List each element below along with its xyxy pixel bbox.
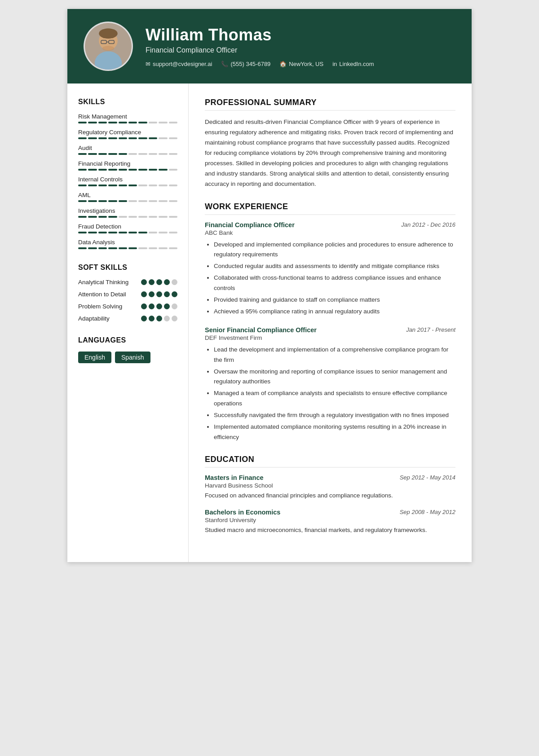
skill-name: Regulatory Compliance — [78, 129, 177, 136]
soft-skill-item: Analytical Thinking — [78, 279, 177, 286]
svg-point-3 — [99, 28, 118, 39]
skill-seg-filled — [119, 185, 127, 186]
skill-seg-empty — [149, 153, 157, 155]
skill-item: Data Analysis — [78, 239, 177, 249]
skill-seg-filled — [88, 232, 97, 233]
skill-seg-empty — [159, 200, 167, 202]
skill-seg-empty — [119, 216, 127, 218]
job-bullet: Lead the development and implementation … — [214, 345, 455, 365]
skill-seg-empty — [169, 232, 177, 233]
soft-skill-item: Attention to Detail — [78, 291, 177, 298]
skill-seg-empty — [138, 185, 147, 186]
edu-date: Sep 2008 - May 2012 — [400, 509, 455, 515]
soft-skill-dots — [141, 291, 177, 297]
skill-item: AML — [78, 192, 177, 202]
skill-seg-filled — [128, 137, 137, 139]
soft-skill-name: Problem Solving — [78, 303, 122, 310]
soft-skill-dots — [141, 279, 177, 285]
skill-seg-empty — [169, 153, 177, 155]
skill-item: Regulatory Compliance — [78, 129, 177, 139]
dot-filled — [149, 291, 155, 297]
language-tag: Spanish — [115, 352, 150, 363]
skill-seg-filled — [108, 137, 117, 139]
edu-degree: Masters in Finance — [205, 474, 264, 481]
dot-filled — [149, 303, 155, 309]
job-header: Financial Compliance OfficerJan 2012 - D… — [205, 221, 455, 229]
soft-skill-name: Analytical Thinking — [78, 279, 128, 286]
skill-item: Internal Controls — [78, 176, 177, 186]
skill-seg-empty — [159, 185, 167, 186]
dot-filled — [149, 279, 155, 285]
language-tags: EnglishSpanish — [78, 352, 177, 363]
location-contact: 🏠 NewYork, US — [279, 61, 323, 67]
soft-skill-item: Problem Solving — [78, 303, 177, 310]
skill-seg-empty — [169, 200, 177, 202]
skill-seg-empty — [159, 247, 167, 249]
skill-seg-empty — [149, 185, 157, 186]
skill-seg-empty — [138, 247, 147, 249]
skill-seg-filled — [108, 247, 117, 249]
skill-seg-empty — [149, 200, 157, 202]
education-section: EDUCATION Masters in FinanceSep 2012 - M… — [205, 455, 455, 536]
edu-school: Harvard Business School — [205, 482, 455, 489]
skill-seg-filled — [119, 122, 127, 123]
skill-seg-filled — [88, 169, 97, 171]
skill-seg-filled — [78, 153, 87, 155]
education-heading: EDUCATION — [205, 455, 455, 468]
skill-seg-empty — [149, 216, 157, 218]
skill-seg-filled — [108, 216, 117, 218]
skill-seg-filled — [98, 232, 107, 233]
jobs-list: Financial Compliance OfficerJan 2012 - D… — [205, 221, 455, 442]
soft-skill-item: Adaptability — [78, 315, 177, 322]
candidate-name: William Thomas — [146, 26, 374, 44]
skill-name: Data Analysis — [78, 239, 177, 246]
skill-seg-empty — [128, 153, 137, 155]
dot-filled — [141, 279, 147, 285]
skill-seg-empty — [159, 216, 167, 218]
job-company: DEF Investment Firm — [205, 334, 455, 341]
skill-seg-filled — [88, 122, 97, 123]
skill-name: Internal Controls — [78, 176, 177, 183]
svg-point-7 — [102, 46, 114, 51]
dot-filled — [156, 303, 162, 309]
skill-seg-empty — [149, 232, 157, 233]
skill-seg-empty — [138, 200, 147, 202]
skill-seg-filled — [128, 185, 137, 186]
skill-item: Fraud Detection — [78, 223, 177, 233]
skill-seg-empty — [149, 122, 157, 123]
skill-seg-empty — [169, 185, 177, 186]
work-heading: WORK EXPERIENCE — [205, 202, 455, 215]
skill-seg-empty — [138, 153, 147, 155]
resume-body: SKILLS Risk ManagementRegulatory Complia… — [67, 84, 472, 562]
skill-bar — [78, 122, 177, 123]
edu-header: Bachelors in EconomicsSep 2008 - May 201… — [205, 509, 455, 516]
job-bullets: Developed and implemented compliance pol… — [205, 240, 455, 317]
work-experience-section: WORK EXPERIENCE Financial Compliance Off… — [205, 202, 455, 442]
skill-seg-filled — [119, 247, 127, 249]
education-list: Masters in FinanceSep 2012 - May 2014Har… — [205, 474, 455, 536]
header-contacts: ✉ support@cvdesigner.ai 📞 (555) 345-6789… — [146, 61, 374, 67]
resume-container: William Thomas Financial Compliance Offi… — [67, 9, 472, 562]
skills-heading: SKILLS — [78, 98, 177, 106]
skill-seg-empty — [169, 216, 177, 218]
job-bullet: Implemented automated compliance monitor… — [214, 422, 455, 442]
skill-seg-empty — [128, 216, 137, 218]
dot-filled — [164, 291, 170, 297]
skill-seg-filled — [119, 169, 127, 171]
skill-seg-filled — [138, 137, 147, 139]
phone-contact: 📞 (555) 345-6789 — [221, 61, 270, 67]
skill-seg-filled — [78, 200, 87, 202]
skill-seg-empty — [159, 122, 167, 123]
skill-seg-empty — [159, 137, 167, 139]
job-title: Financial Compliance Officer — [205, 221, 295, 229]
dot-filled — [164, 303, 170, 309]
phone-icon: 📞 — [221, 61, 228, 67]
job-bullet: Developed and implemented compliance pol… — [214, 240, 455, 260]
skill-seg-filled — [108, 200, 117, 202]
skill-seg-empty — [138, 216, 147, 218]
skill-bar — [78, 185, 177, 186]
edu-degree: Bachelors in Economics — [205, 509, 280, 516]
skill-seg-filled — [88, 200, 97, 202]
skill-seg-filled — [78, 185, 87, 186]
skill-seg-filled — [98, 169, 107, 171]
